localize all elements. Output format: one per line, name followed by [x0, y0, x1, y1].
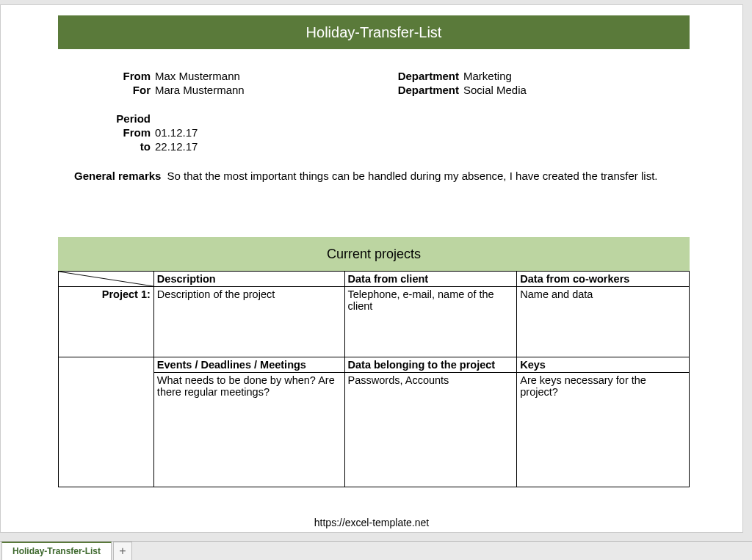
- remarks-text: So that the most important things can be…: [167, 170, 658, 182]
- department1-value: Marketing: [463, 70, 676, 82]
- cell-events[interactable]: What needs to be done by when? Are there…: [153, 373, 344, 487]
- svg-line-0: [59, 272, 153, 286]
- project-label: Project 1:: [59, 287, 154, 357]
- table-header-row-1: Description Data from client Data from c…: [59, 272, 690, 287]
- project-label-span: [59, 357, 154, 487]
- cell-coworker-data[interactable]: Name and data: [517, 287, 690, 357]
- for-label: For: [74, 84, 155, 96]
- add-sheet-button[interactable]: +: [113, 542, 132, 561]
- table-row: Project 1: Description of the project Te…: [59, 287, 690, 357]
- document-title: Holiday-Transfer-List: [306, 24, 442, 41]
- from-label: From: [74, 70, 155, 82]
- cell-client-data[interactable]: Telephone, e-mail, name of the client: [344, 287, 517, 357]
- col-projectdata-header: Data belonging to the project: [344, 357, 517, 373]
- col-client-header: Data from client: [344, 272, 517, 287]
- col-description-header: Description: [153, 272, 344, 287]
- section-header-banner: Current projects: [58, 237, 690, 271]
- period-from-value: 01.12.17: [155, 126, 676, 139]
- period-label: Period: [74, 112, 155, 125]
- section-header: Current projects: [327, 247, 421, 262]
- project-table: Description Data from client Data from c…: [58, 271, 690, 487]
- footer-url: https://excel-template.net: [1, 517, 742, 528]
- col-events-header: Events / Deadlines / Meetings: [153, 357, 344, 373]
- for-value: Mara Mustermann: [155, 84, 383, 96]
- header-info-block: From Max Mustermann Department Marketing…: [74, 70, 676, 154]
- document-title-banner: Holiday-Transfer-List: [58, 15, 690, 49]
- period-to-label: to: [74, 140, 155, 153]
- cell-description[interactable]: Description of the project: [153, 287, 344, 357]
- cell-project-data[interactable]: Passwords, Accounts: [344, 373, 517, 487]
- sheet-tab-active[interactable]: Holiday-Transfer-List: [1, 542, 112, 561]
- period-to-value: 22.12.17: [155, 140, 676, 153]
- col-coworkers-header: Data from co-workers: [517, 272, 690, 287]
- col-keys-header: Keys: [517, 357, 690, 373]
- from-value: Max Mustermann: [155, 70, 383, 82]
- cell-keys[interactable]: Are keys necessary for the project?: [517, 373, 690, 487]
- plus-icon: +: [119, 545, 126, 558]
- table-header-row-2: Events / Deadlines / Meetings Data belon…: [59, 357, 690, 373]
- remarks-label: General remarks: [74, 170, 164, 182]
- worksheet-canvas[interactable]: Holiday-Transfer-List From Max Musterman…: [0, 4, 743, 533]
- sheet-tab-bar: Holiday-Transfer-List +: [0, 541, 752, 560]
- department2-label: Department: [383, 84, 463, 96]
- department1-label: Department: [383, 70, 463, 82]
- diagonal-header-cell: [59, 272, 154, 287]
- app-window: Holiday-Transfer-List From Max Musterman…: [0, 0, 752, 560]
- general-remarks: General remarks So that the most importa…: [74, 170, 676, 182]
- period-from-label: From: [74, 126, 155, 139]
- department2-value: Social Media: [463, 84, 676, 96]
